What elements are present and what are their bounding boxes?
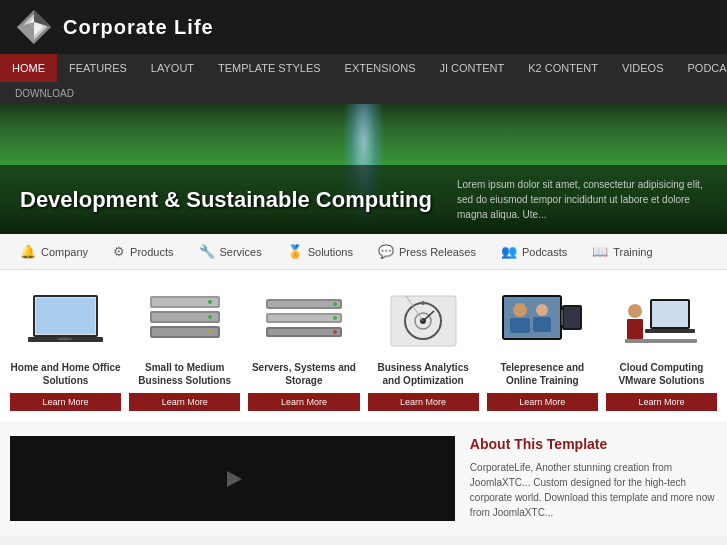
sec-nav-solutions[interactable]: 🏅 Solutions (277, 239, 363, 264)
nav-podcasts[interactable]: PODCASTS (676, 54, 727, 82)
learn-more-btn-6[interactable]: Learn More (606, 393, 717, 411)
svg-rect-22 (268, 315, 340, 321)
nav-features[interactable]: FEATURES (57, 54, 139, 82)
learn-more-btn-1[interactable]: Learn More (10, 393, 121, 411)
product-image-3 (248, 285, 359, 355)
sec-nav-company[interactable]: 🔔 Company (10, 239, 98, 264)
product-image-1 (10, 285, 121, 355)
nav-videos[interactable]: VIDEOS (610, 54, 676, 82)
sec-nav-services[interactable]: 🔧 Services (189, 239, 272, 264)
svg-point-26 (333, 316, 337, 320)
header: Corporate Life (0, 0, 727, 54)
product-card-3: Servers, Systems and Storage Learn More (248, 285, 359, 411)
nav-home[interactable]: HOME (0, 54, 57, 82)
chat-icon: 💬 (378, 244, 394, 259)
site-title: Corporate Life (63, 16, 214, 39)
sub-nav-download[interactable]: DOWNLOAD (15, 88, 74, 99)
product-title-5: Telepresence and Online Training (487, 361, 598, 387)
svg-point-15 (208, 315, 212, 319)
svg-rect-38 (510, 318, 530, 333)
nav-template-styles[interactable]: TEMPLATE STYLES (206, 54, 333, 82)
product-grid: Home and Home Office Solutions Learn Mor… (0, 270, 727, 421)
svg-rect-24 (268, 329, 340, 335)
product-image-4 (368, 285, 479, 355)
product-image-2 (129, 285, 240, 355)
logo-icon (15, 8, 53, 46)
svg-rect-48 (627, 319, 643, 339)
book-icon: 📖 (592, 244, 608, 259)
product-title-3: Servers, Systems and Storage (248, 361, 359, 387)
product-card-6: Cloud Computing VMware Solutions Learn M… (606, 285, 717, 411)
product-title-4: Business Analytics and Optimization (368, 361, 479, 387)
svg-point-25 (333, 302, 337, 306)
sec-nav-podcasts[interactable]: 👥 Podcasts (491, 239, 577, 264)
svg-rect-7 (36, 298, 95, 334)
svg-rect-46 (645, 329, 695, 333)
svg-point-37 (513, 303, 527, 317)
about-section: About This Template CorporateLife, Anoth… (470, 436, 717, 521)
hero-banner: Development & Sustainable Computing Lore… (0, 104, 727, 234)
hero-overlay: Development & Sustainable Computing Lore… (0, 165, 727, 234)
svg-marker-50 (227, 471, 242, 487)
svg-point-34 (421, 301, 425, 305)
product-card-1: Home and Home Office Solutions Learn Mor… (10, 285, 121, 411)
learn-more-btn-5[interactable]: Learn More (487, 393, 598, 411)
people-icon: 👥 (501, 244, 517, 259)
secondary-navigation: 🔔 Company ⚙ Products 🔧 Services 🏅 Soluti… (0, 234, 727, 270)
svg-rect-20 (268, 301, 340, 307)
learn-more-btn-4[interactable]: Learn More (368, 393, 479, 411)
medal-icon: 🏅 (287, 244, 303, 259)
learn-more-btn-2[interactable]: Learn More (129, 393, 240, 411)
about-text: CorporateLife, Another stunning creation… (470, 460, 717, 520)
product-card-5: Telepresence and Online Training Learn M… (487, 285, 598, 411)
svg-point-9 (57, 338, 73, 341)
bell-icon: 🔔 (20, 244, 36, 259)
hero-description: Lorem ipsum dolor sit amet, consectetur … (457, 177, 707, 222)
hero-title: Development & Sustainable Computing (20, 187, 437, 213)
svg-point-39 (536, 304, 548, 316)
sec-nav-press-releases[interactable]: 💬 Press Releases (368, 239, 486, 264)
product-card-2: Small to Medium Business Solutions Learn… (129, 285, 240, 411)
product-image-6 (606, 285, 717, 355)
sub-navigation: DOWNLOAD (0, 82, 727, 104)
svg-rect-49 (625, 339, 697, 343)
sec-nav-training[interactable]: 📖 Training (582, 239, 662, 264)
product-title-1: Home and Home Office Solutions (10, 361, 121, 387)
nav-ji-content[interactable]: JI CONTENT (427, 54, 516, 82)
svg-rect-42 (564, 307, 580, 328)
product-title-6: Cloud Computing VMware Solutions (606, 361, 717, 387)
svg-rect-45 (652, 301, 688, 327)
svg-point-47 (628, 304, 642, 318)
product-card-4: Business Analytics and Optimization Lear… (368, 285, 479, 411)
bottom-section: About This Template CorporateLife, Anoth… (0, 421, 727, 536)
sec-nav-products[interactable]: ⚙ Products (103, 239, 183, 264)
svg-point-18 (208, 330, 212, 334)
svg-rect-40 (533, 317, 551, 332)
nav-extensions[interactable]: EXTENSIONS (333, 54, 428, 82)
product-title-2: Small to Medium Business Solutions (129, 361, 240, 387)
main-navigation: HOME FEATURES LAYOUT TEMPLATE STYLES EXT… (0, 54, 727, 82)
about-title: About This Template (470, 436, 717, 452)
svg-point-27 (333, 330, 337, 334)
learn-more-btn-3[interactable]: Learn More (248, 393, 359, 411)
wrench-icon: 🔧 (199, 244, 215, 259)
bottom-video-player[interactable] (10, 436, 455, 521)
nav-k2-content[interactable]: K2 CONTENT (516, 54, 610, 82)
nav-layout[interactable]: LAYOUT (139, 54, 206, 82)
svg-point-12 (208, 300, 212, 304)
product-image-5 (487, 285, 598, 355)
gear-icon: ⚙ (113, 244, 125, 259)
